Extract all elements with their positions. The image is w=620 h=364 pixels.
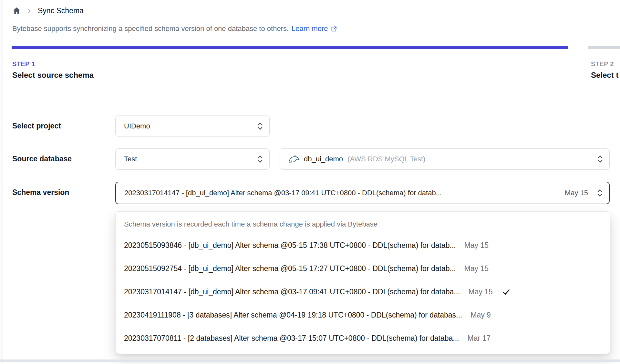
option-text: 20230317070811 - [2 databases] Alter sch… [124,334,459,343]
step2-title: Select t [591,71,618,80]
schema-version-option[interactable]: 20230317070811 - [2 databases] Alter sch… [116,327,610,350]
option-text: 20230515093846 - [db_ui_demo] Alter sche… [124,241,456,250]
option-date: May 15 [464,264,489,273]
project-select-value: UIDemo [124,122,150,130]
option-date: May 9 [470,311,491,319]
schema-version-select-value: 20230317014147 - [db_ui_demo] Alter sche… [124,189,558,197]
description-text: Bytebase supports synchronizing a specif… [12,25,289,33]
schema-version-option[interactable]: 20230419111908 - [3 databases] Alter sch… [116,303,610,327]
option-text: 20230419111908 - [3 databases] Alter sch… [124,311,462,319]
dropdown-help-text: Schema version is recorded each time a s… [116,215,610,234]
option-date: May 15 [464,241,489,250]
database-select-detail: (AWS RDS MySQL Test) [347,155,425,163]
option-text: 20230317014147 - [db_ui_demo] Alter sche… [124,288,460,296]
check-icon [502,288,511,296]
environment-select-value: Test [124,155,137,163]
option-text: 20230515092754 - [db_ui_demo] Alter sche… [124,264,456,273]
schema-version-label: Schema version [12,188,69,197]
page-title: Sync Schema [38,6,84,15]
option-date: Mar 17 [467,334,491,343]
step2-progress-bar [588,46,620,49]
schema-version-option[interactable]: 20230515092754 - [db_ui_demo] Alter sche… [116,257,610,280]
page-description: Bytebase supports synchronizing a specif… [12,25,337,33]
sidebar-edge [0,0,3,364]
schema-version-option-selected[interactable]: 20230317014147 - [db_ui_demo] Alter sche… [116,280,610,303]
option-date: May 15 [468,288,492,296]
step2-label: STEP 2 [591,60,614,68]
schema-version-option[interactable]: 20230515093846 - [db_ui_demo] Alter sche… [116,234,610,257]
breadcrumb: Sync Schema [12,6,84,15]
chevron-updown-icon [257,121,264,131]
chevron-right-icon [27,8,32,14]
external-link-icon [330,25,337,33]
bottom-divider [0,359,620,362]
chevron-updown-icon [596,188,603,198]
step1-title: Select source schema [12,71,94,80]
step1-label: STEP 1 [12,60,35,68]
source-database-label: Source database [12,155,72,163]
schema-version-select-date: May 15 [565,189,588,197]
learn-more-link[interactable]: Learn more [292,25,337,33]
sync-schema-page: Sync Schema Bytebase supports synchroniz… [0,0,620,364]
chevron-updown-icon [597,154,604,164]
project-select[interactable]: UIDemo [115,116,270,137]
home-icon[interactable] [12,6,21,15]
environment-select[interactable]: Test [115,148,270,170]
select-project-label: Select project [12,122,61,130]
schema-version-dropdown: Schema version is recorded each time a s… [115,211,610,354]
mysql-icon [288,155,299,163]
step1-progress-bar [12,46,568,49]
chevron-updown-icon [257,154,264,164]
schema-version-select[interactable]: 20230317014147 - [db_ui_demo] Alter sche… [115,182,610,204]
database-select-value: db_ui_demo [304,155,343,163]
database-select[interactable]: db_ui_demo (AWS RDS MySQL Test) [280,148,610,170]
